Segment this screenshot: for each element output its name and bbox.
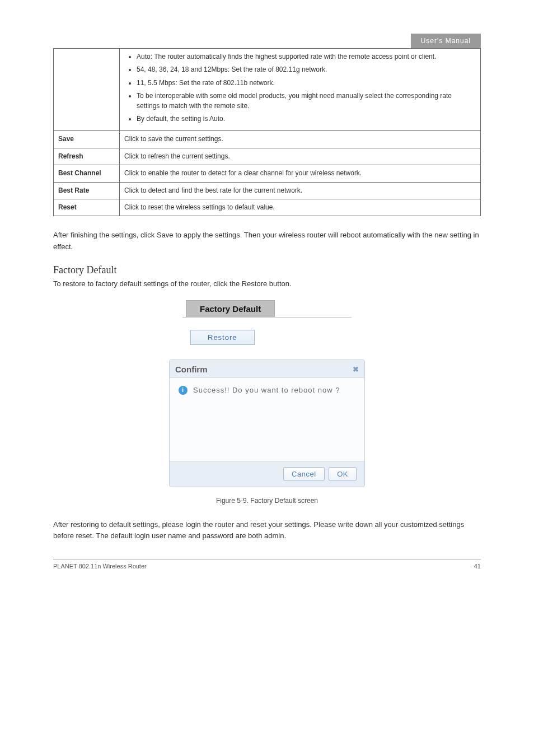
info-icon-glyph: i	[182, 387, 184, 393]
table-row: Best Channel Click to enable the router …	[54, 165, 481, 182]
footer-left: PLANET 802.11n Wireless Router	[53, 563, 474, 570]
dialog-titlebar: Confirm ✖	[170, 360, 364, 377]
factory-default-tab[interactable]: Factory Default	[186, 300, 275, 317]
table-row: Auto: The router automatically finds the…	[54, 49, 481, 131]
list-item: 11, 5.5 Mbps: Set the rate of 802.11b ne…	[137, 78, 476, 88]
footer-right: 41	[474, 563, 481, 570]
list-item: 54, 48, 36, 24, 18 and 12Mbps: Set the r…	[137, 65, 476, 74]
paragraph-save-note: After finishing the settings, click Save…	[53, 230, 481, 253]
page-header: User's Manual	[53, 34, 481, 49]
cell-content: Click to detect and find the best rate f…	[120, 182, 481, 199]
table-row: Best Rate Click to detect and find the b…	[54, 182, 481, 199]
cell-label: Save	[54, 131, 120, 148]
cancel-button[interactable]: Cancel	[283, 467, 324, 481]
factory-default-tab-label: Factory Default	[200, 304, 261, 314]
list-item: To be interoperable with some old model …	[137, 91, 476, 111]
paragraph-login-note: After restoring to default settings, ple…	[53, 519, 481, 543]
cell-label	[54, 49, 120, 131]
factory-default-widget: Factory Default Restore	[182, 300, 352, 345]
table-row: Reset Click to reset the wireless settin…	[54, 199, 481, 216]
close-icon[interactable]: ✖	[353, 365, 359, 374]
settings-table: Auto: The router automatically finds the…	[53, 48, 481, 216]
cell-content: Auto: The router automatically finds the…	[120, 49, 481, 131]
ok-button[interactable]: OK	[329, 467, 357, 481]
page-footer: PLANET 802.11n Wireless Router 41	[53, 559, 481, 570]
list-item: By default, the setting is Auto.	[137, 114, 476, 124]
cell-content: Click to reset the wireless settings to …	[120, 199, 481, 216]
cell-label: Best Rate	[54, 182, 120, 199]
cell-label: Best Channel	[54, 165, 120, 182]
section-description: To restore to factory default settings o…	[53, 278, 481, 290]
dialog-footer: Cancel OK	[170, 461, 364, 487]
section-title: Factory Default	[53, 264, 481, 276]
cell-content: Click to refresh the current settings.	[120, 148, 481, 165]
cell-label: Reset	[54, 199, 120, 216]
cell-content: Click to enable the router to detect for…	[120, 165, 481, 182]
figure-caption: Figure 5-9. Factory Default screen	[53, 497, 481, 505]
dialog-message: Success!! Do you want to reboot now ?	[193, 385, 355, 454]
table-row: Save Click to save the current settings.	[54, 131, 481, 148]
restore-button[interactable]: Restore	[190, 330, 255, 345]
table-row: Refresh Click to refresh the current set…	[54, 148, 481, 165]
list-item: Auto: The router automatically finds the…	[137, 52, 476, 62]
dialog-title-text: Confirm	[175, 365, 353, 374]
cell-content: Click to save the current settings.	[120, 131, 481, 148]
cell-label: Refresh	[54, 148, 120, 165]
info-icon: i	[179, 386, 188, 395]
header-tag: User's Manual	[411, 34, 481, 48]
confirm-dialog: Confirm ✖ i Success!! Do you want to reb…	[169, 360, 365, 487]
